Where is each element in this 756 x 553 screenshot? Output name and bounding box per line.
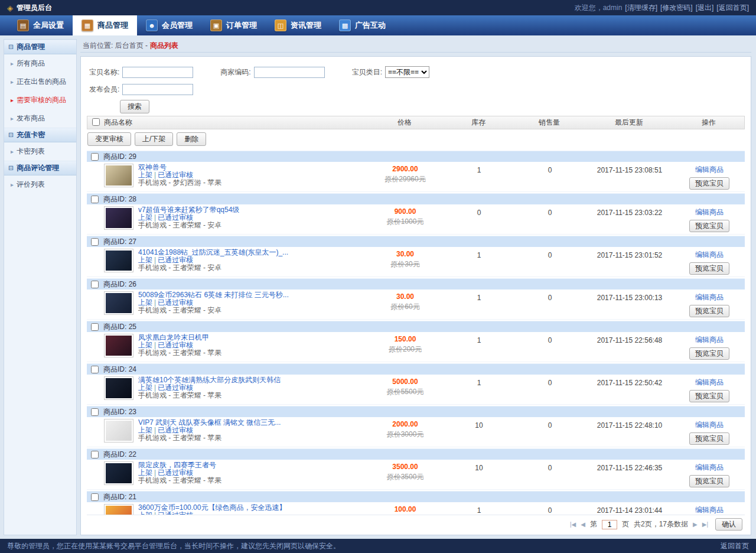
edit-product-link[interactable]: 编辑商品 <box>695 250 724 260</box>
nav-tab[interactable]: ▤ 全局设置 <box>8 15 73 35</box>
nav-tab[interactable]: ▦ 商品管理 <box>73 15 137 35</box>
bulk-action-button[interactable]: 删除 <box>177 132 206 146</box>
product-detail-row: VIP7 武则天 战队赛头像框 满铭文 微信三无... 上架|已通过审核 手机游… <box>87 417 745 447</box>
row-checkbox[interactable] <box>91 493 99 501</box>
product-id-row: 商品ID: 27 <box>87 236 745 247</box>
updated-value: 2017-11-15 22:50:42 <box>585 376 674 387</box>
audit-status-link[interactable]: 已通过审核 <box>158 383 193 392</box>
nav-tab[interactable]: ☻ 会员管理 <box>137 15 201 35</box>
row-checkbox[interactable] <box>91 323 99 331</box>
product-thumbnail[interactable] <box>104 164 133 187</box>
last-page-icon[interactable]: ▶| <box>702 521 708 528</box>
preview-product-button[interactable]: 预览宝贝 <box>689 475 729 487</box>
onsale-link[interactable]: 上架 <box>138 469 152 477</box>
select-all-checkbox[interactable] <box>92 118 100 126</box>
footer-home-link[interactable]: 返回首页 <box>721 541 749 551</box>
sidebar-item[interactable]: ▸ 卡密列表 <box>4 142 76 161</box>
sidebar-item[interactable]: ▸ 需要审核的商品 <box>4 91 76 109</box>
audit-status-link[interactable]: 已通过审核 <box>158 256 193 264</box>
onsale-link[interactable]: 上架 <box>138 383 152 392</box>
sidebar-section-cards[interactable]: ⊟ 充值卡密 <box>4 128 76 142</box>
next-page-icon[interactable]: ▶ <box>693 521 698 528</box>
audit-status-link[interactable]: 已通过审核 <box>158 469 193 477</box>
audit-status-link[interactable]: 已通过审核 <box>158 213 193 222</box>
edit-product-link[interactable]: 编辑商品 <box>695 378 724 388</box>
nav-tab[interactable]: ▣ 订单管理 <box>201 15 266 35</box>
sidebar-item[interactable]: ▸ 所有商品 <box>4 54 76 73</box>
bulk-action-button[interactable]: 上/下架 <box>135 132 173 146</box>
page-number-input[interactable] <box>602 520 617 529</box>
price-value: 900.00 <box>367 207 444 216</box>
sidebar-section-comments[interactable]: ⊟ 商品评论管理 <box>4 161 76 175</box>
product-thumbnail[interactable] <box>104 291 133 315</box>
nav-tab[interactable]: ▩ 广告互动 <box>330 15 395 35</box>
onsale-link[interactable]: 上架 <box>138 426 152 434</box>
topbar-link[interactable]: [修改密码] <box>660 3 693 13</box>
edit-product-link[interactable]: 编辑商品 <box>695 420 724 430</box>
topbar-link[interactable]: [返回首页] <box>716 3 749 13</box>
sidebar-item[interactable]: ▸ 发布商品 <box>4 109 76 128</box>
confirm-page-button[interactable]: 确认 <box>715 518 742 531</box>
row-checkbox[interactable] <box>91 196 99 203</box>
sales-value: 0 <box>514 504 585 515</box>
product-thumbnail[interactable] <box>104 206 133 230</box>
updated-value: 2017-11-15 22:56:48 <box>585 334 674 344</box>
product-thumbnail[interactable] <box>104 376 133 400</box>
onsale-link[interactable]: 上架 <box>138 341 152 349</box>
row-checkbox[interactable] <box>91 153 99 161</box>
row-checkbox[interactable] <box>91 238 99 246</box>
edit-product-link[interactable]: 编辑商品 <box>695 165 724 175</box>
onsale-link[interactable]: 上架 <box>138 298 152 307</box>
row-checkbox[interactable] <box>91 366 99 373</box>
bulk-action-button[interactable]: 变更审核 <box>87 132 131 146</box>
preview-product-button[interactable]: 预览宝贝 <box>689 305 729 317</box>
collapse-icon[interactable]: ⊟ <box>8 43 14 51</box>
nav-tab-icon: ▣ <box>210 19 222 31</box>
publisher-input[interactable] <box>122 84 193 95</box>
topbar-link[interactable]: [退出] <box>696 3 714 13</box>
search-button[interactable]: 搜索 <box>120 100 149 113</box>
edit-product-link[interactable]: 编辑商品 <box>695 292 724 302</box>
stock-value: 1 <box>444 376 514 387</box>
audit-status-link[interactable]: 已通过审核 <box>158 171 193 179</box>
product-thumbnail-image <box>106 421 132 441</box>
prev-page-icon[interactable]: ◀ <box>581 521 585 528</box>
onsale-link[interactable]: 上架 <box>138 171 152 179</box>
edit-product-link[interactable]: 编辑商品 <box>695 335 724 345</box>
merchant-code-input[interactable] <box>254 67 325 78</box>
topbar-link[interactable]: [清理缓存] <box>625 3 657 13</box>
edit-product-link[interactable]: 编辑商品 <box>695 505 724 515</box>
row-checkbox[interactable] <box>91 451 99 458</box>
sidebar-item-label: 所有商品 <box>17 58 45 69</box>
product-thumbnail[interactable] <box>104 334 133 357</box>
product-detail-row: 双神兽号 上架|已通过审核 手机游戏 - 梦幻西游 - 苹果 2900.00 原… <box>87 162 745 191</box>
product-thumbnail[interactable] <box>104 504 133 515</box>
preview-product-button[interactable]: 预览宝贝 <box>689 220 729 232</box>
collapse-icon[interactable]: ⊟ <box>8 131 14 139</box>
audit-status-link[interactable]: 已通过审核 <box>158 426 193 434</box>
preview-product-button[interactable]: 预览宝贝 <box>689 177 729 190</box>
sidebar-item[interactable]: ▸ 评价列表 <box>4 175 76 194</box>
preview-product-button[interactable]: 预览宝贝 <box>689 390 729 402</box>
sidebar-item[interactable]: ▸ 正在出售的商品 <box>4 73 76 91</box>
product-thumbnail[interactable] <box>104 249 133 272</box>
row-checkbox[interactable] <box>91 408 99 416</box>
onsale-link[interactable]: 上架 <box>138 213 152 222</box>
collapse-icon[interactable]: ⊟ <box>8 164 14 172</box>
audit-status-link[interactable]: 已通过审核 <box>158 341 193 349</box>
preview-product-button[interactable]: 预览宝贝 <box>689 432 729 445</box>
product-thumbnail[interactable] <box>104 461 133 485</box>
first-page-icon[interactable]: |◀ <box>570 521 576 528</box>
audit-status-link[interactable]: 已通过审核 <box>158 298 193 307</box>
nav-tab[interactable]: ◫ 资讯管理 <box>266 15 330 35</box>
preview-product-button[interactable]: 预览宝贝 <box>689 262 729 275</box>
onsale-link[interactable]: 上架 <box>138 256 152 264</box>
preview-product-button[interactable]: 预览宝贝 <box>689 347 729 360</box>
product-thumbnail[interactable] <box>104 419 133 443</box>
edit-product-link[interactable]: 编辑商品 <box>695 207 724 217</box>
edit-product-link[interactable]: 编辑商品 <box>695 463 724 473</box>
row-checkbox[interactable] <box>91 281 99 288</box>
category-select[interactable]: ==不限== <box>385 66 429 78</box>
product-name-input[interactable] <box>122 67 193 78</box>
sidebar-section-products[interactable]: ⊟ 商品管理 <box>4 40 76 54</box>
